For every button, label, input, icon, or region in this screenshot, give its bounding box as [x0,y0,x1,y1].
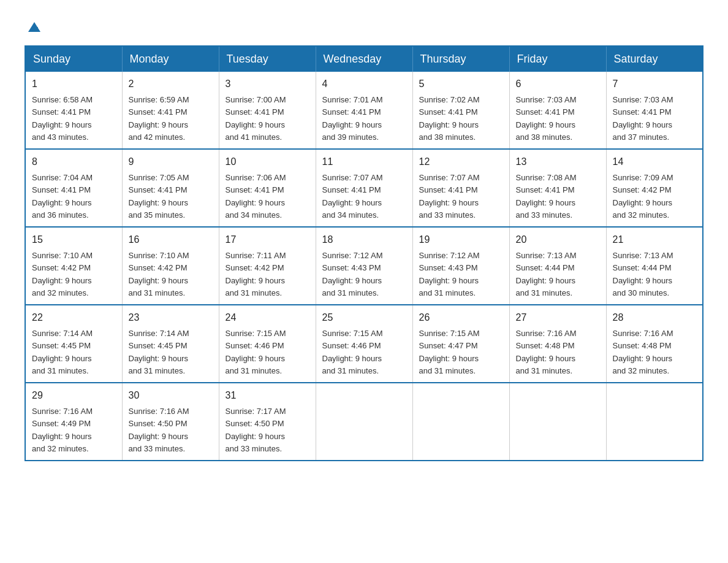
weekday-header-sunday: Sunday [25,46,122,72]
calendar-cell: 8 Sunrise: 7:04 AMSunset: 4:41 PMDayligh… [25,149,122,227]
calendar-cell [606,383,703,461]
weekday-header-saturday: Saturday [606,46,703,72]
weekday-header-wednesday: Wednesday [316,46,412,72]
calendar-week-row: 22 Sunrise: 7:14 AMSunset: 4:45 PMDaylig… [25,305,703,383]
day-info: Sunrise: 7:12 AMSunset: 4:43 PMDaylight:… [322,251,383,297]
day-number: 11 [322,155,406,169]
calendar-cell: 13 Sunrise: 7:08 AMSunset: 4:41 PMDaylig… [509,149,606,227]
calendar-week-row: 1 Sunrise: 6:58 AMSunset: 4:41 PMDayligh… [25,72,703,149]
calendar-table: SundayMondayTuesdayWednesdayThursdayFrid… [25,45,703,461]
day-number: 24 [226,310,309,325]
day-number: 18 [322,232,406,247]
day-number: 29 [32,388,116,403]
day-info: Sunrise: 7:16 AMSunset: 4:50 PMDaylight:… [129,407,189,453]
day-number: 15 [32,232,116,247]
calendar-cell: 12 Sunrise: 7:07 AMSunset: 4:41 PMDaylig… [412,149,509,227]
calendar-cell: 18 Sunrise: 7:12 AMSunset: 4:43 PMDaylig… [316,227,412,305]
calendar-header-row: SundayMondayTuesdayWednesdayThursdayFrid… [25,46,703,72]
calendar-week-row: 15 Sunrise: 7:10 AMSunset: 4:42 PMDaylig… [25,227,703,305]
day-info: Sunrise: 7:04 AMSunset: 4:41 PMDaylight:… [32,173,93,220]
day-number: 26 [419,310,503,325]
calendar-cell: 15 Sunrise: 7:10 AMSunset: 4:42 PMDaylig… [25,227,122,305]
calendar-cell: 25 Sunrise: 7:15 AMSunset: 4:46 PMDaylig… [316,305,412,383]
day-info: Sunrise: 7:00 AMSunset: 4:41 PMDaylight:… [226,95,286,142]
calendar-cell: 3 Sunrise: 7:00 AMSunset: 4:41 PMDayligh… [219,72,316,149]
calendar-cell: 14 Sunrise: 7:09 AMSunset: 4:42 PMDaylig… [606,149,703,227]
day-number: 4 [322,77,406,91]
day-info: Sunrise: 7:16 AMSunset: 4:49 PMDaylight:… [32,407,93,453]
calendar-cell: 1 Sunrise: 6:58 AMSunset: 4:41 PMDayligh… [25,72,122,149]
day-number: 2 [129,77,213,91]
day-number: 30 [129,388,213,403]
day-info: Sunrise: 7:07 AMSunset: 4:41 PMDaylight:… [419,173,480,220]
day-info: Sunrise: 7:13 AMSunset: 4:44 PMDaylight:… [613,251,673,297]
calendar-cell: 6 Sunrise: 7:03 AMSunset: 4:41 PMDayligh… [509,72,606,149]
day-number: 12 [419,155,503,169]
weekday-header-tuesday: Tuesday [219,46,316,72]
day-number: 3 [226,77,309,91]
calendar-cell: 4 Sunrise: 7:01 AMSunset: 4:41 PMDayligh… [316,72,412,149]
weekday-header-friday: Friday [509,46,606,72]
day-number: 5 [419,77,503,91]
day-info: Sunrise: 7:10 AMSunset: 4:42 PMDaylight:… [129,251,189,297]
day-info: Sunrise: 7:09 AMSunset: 4:42 PMDaylight:… [613,173,673,220]
weekday-header-thursday: Thursday [412,46,509,72]
day-number: 23 [129,310,213,325]
day-number: 10 [226,155,309,169]
calendar-cell: 30 Sunrise: 7:16 AMSunset: 4:50 PMDaylig… [122,383,219,461]
day-info: Sunrise: 7:13 AMSunset: 4:44 PMDaylight:… [516,251,577,297]
day-info: Sunrise: 7:15 AMSunset: 4:46 PMDaylight:… [226,329,286,375]
calendar-cell: 24 Sunrise: 7:15 AMSunset: 4:46 PMDaylig… [219,305,316,383]
calendar-cell: 9 Sunrise: 7:05 AMSunset: 4:41 PMDayligh… [122,149,219,227]
day-number: 7 [613,77,697,91]
calendar-cell: 2 Sunrise: 6:59 AMSunset: 4:41 PMDayligh… [122,72,219,149]
calendar-cell: 28 Sunrise: 7:16 AMSunset: 4:48 PMDaylig… [606,305,703,383]
svg-marker-1 [32,27,38,32]
calendar-cell: 22 Sunrise: 7:14 AMSunset: 4:45 PMDaylig… [25,305,122,383]
day-number: 17 [226,232,309,247]
day-info: Sunrise: 7:01 AMSunset: 4:41 PMDaylight:… [322,95,383,142]
day-info: Sunrise: 7:14 AMSunset: 4:45 PMDaylight:… [32,329,93,375]
calendar-cell: 11 Sunrise: 7:07 AMSunset: 4:41 PMDaylig… [316,149,412,227]
day-number: 19 [419,232,503,247]
calendar-cell: 10 Sunrise: 7:06 AMSunset: 4:41 PMDaylig… [219,149,316,227]
day-info: Sunrise: 7:08 AMSunset: 4:41 PMDaylight:… [516,173,577,220]
weekday-header-monday: Monday [122,46,219,72]
day-info: Sunrise: 6:58 AMSunset: 4:41 PMDaylight:… [32,95,93,142]
day-info: Sunrise: 7:05 AMSunset: 4:41 PMDaylight:… [129,173,189,220]
day-number: 22 [32,310,116,325]
calendar-cell: 5 Sunrise: 7:02 AMSunset: 4:41 PMDayligh… [412,72,509,149]
page-header [25,18,703,33]
logo [25,18,43,33]
calendar-week-row: 8 Sunrise: 7:04 AMSunset: 4:41 PMDayligh… [25,149,703,227]
calendar-cell [316,383,412,461]
day-number: 21 [613,232,697,247]
calendar-cell: 20 Sunrise: 7:13 AMSunset: 4:44 PMDaylig… [509,227,606,305]
day-info: Sunrise: 7:12 AMSunset: 4:43 PMDaylight:… [419,251,480,297]
day-number: 28 [613,310,697,325]
calendar-cell: 31 Sunrise: 7:17 AMSunset: 4:50 PMDaylig… [219,383,316,461]
calendar-cell: 16 Sunrise: 7:10 AMSunset: 4:42 PMDaylig… [122,227,219,305]
day-number: 14 [613,155,697,169]
day-info: Sunrise: 7:06 AMSunset: 4:41 PMDaylight:… [226,173,286,220]
calendar-cell [412,383,509,461]
day-info: Sunrise: 7:03 AMSunset: 4:41 PMDaylight:… [516,95,577,142]
day-info: Sunrise: 7:02 AMSunset: 4:41 PMDaylight:… [419,95,480,142]
day-number: 27 [516,310,600,325]
day-info: Sunrise: 7:14 AMSunset: 4:45 PMDaylight:… [129,329,189,375]
day-info: Sunrise: 7:10 AMSunset: 4:42 PMDaylight:… [32,251,93,297]
calendar-cell [509,383,606,461]
calendar-cell: 21 Sunrise: 7:13 AMSunset: 4:44 PMDaylig… [606,227,703,305]
calendar-week-row: 29 Sunrise: 7:16 AMSunset: 4:49 PMDaylig… [25,383,703,461]
day-number: 9 [129,155,213,169]
day-number: 25 [322,310,406,325]
day-info: Sunrise: 7:07 AMSunset: 4:41 PMDaylight:… [322,173,383,220]
calendar-cell: 27 Sunrise: 7:16 AMSunset: 4:48 PMDaylig… [509,305,606,383]
calendar-cell: 17 Sunrise: 7:11 AMSunset: 4:42 PMDaylig… [219,227,316,305]
day-number: 8 [32,155,116,169]
day-number: 20 [516,232,600,247]
day-number: 31 [226,388,309,403]
day-number: 6 [516,77,600,91]
day-info: Sunrise: 7:17 AMSunset: 4:50 PMDaylight:… [226,407,286,453]
day-info: Sunrise: 7:15 AMSunset: 4:46 PMDaylight:… [322,329,383,375]
